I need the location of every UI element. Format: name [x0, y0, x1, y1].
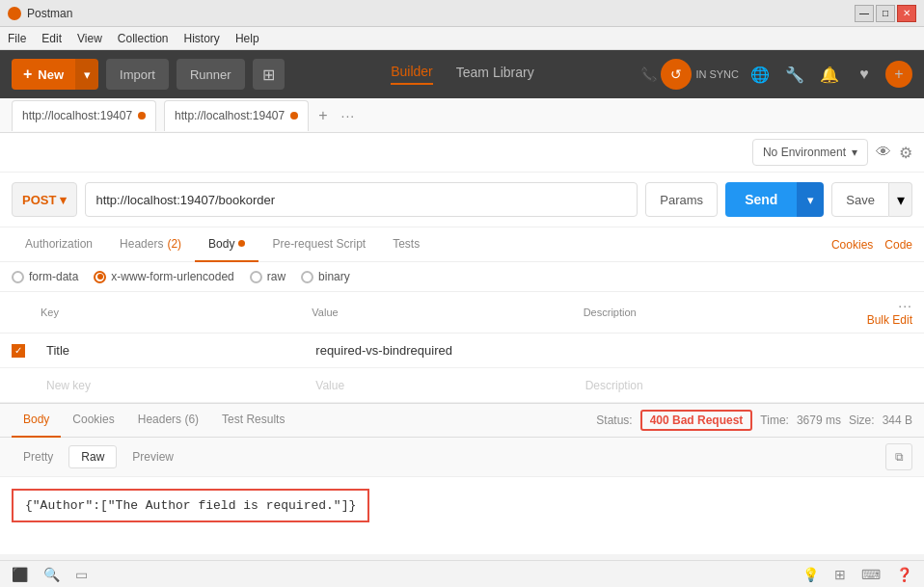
raw-tab[interactable]: Raw [68, 445, 117, 468]
raw-option[interactable]: raw [250, 270, 285, 283]
x-www-option[interactable]: x-www-form-urlencoded [94, 270, 233, 283]
environment-selector[interactable]: No Environment ▾ [752, 139, 868, 166]
row-value[interactable]: required-vs-bindrequired [315, 343, 584, 358]
title-bar: Postman — □ ✕ [0, 0, 924, 27]
tab-tests[interactable]: Tests [379, 227, 433, 262]
tab-builder[interactable]: Builder [391, 64, 433, 85]
params-button[interactable]: Params [645, 182, 718, 217]
close-button[interactable]: ✕ [897, 5, 916, 22]
bulb-icon[interactable]: 💡 [802, 567, 819, 582]
maximize-button[interactable]: □ [876, 5, 895, 22]
raw-radio[interactable] [250, 271, 262, 283]
x-www-radio-fill [97, 274, 103, 280]
tab-item-1[interactable]: http://localhost:19407 [12, 100, 156, 131]
checkbox-checked[interactable]: ✓ [12, 344, 25, 358]
globe-icon-button[interactable]: 🌐 [747, 61, 774, 88]
resp-cookies-label: Cookies [72, 413, 114, 426]
checkmark-icon: ✓ [14, 345, 22, 356]
headers-count: (2) [167, 237, 181, 251]
send-button[interactable]: Send [725, 182, 797, 217]
bell-icon-button[interactable]: 🔔 [816, 61, 843, 88]
code-link[interactable]: Code [884, 238, 912, 252]
resp-tab-test-results[interactable]: Test Results [210, 403, 296, 438]
chevron-down-icon: ▾ [807, 193, 814, 207]
send-button-group: Send ▾ [725, 182, 824, 217]
terminal-icon[interactable]: ⬛ [12, 567, 28, 582]
menu-view[interactable]: View [77, 32, 102, 45]
menu-bar: File Edit View Collection History Help [0, 27, 924, 50]
authorization-label: Authorization [25, 237, 93, 251]
menu-collection[interactable]: Collection [118, 32, 169, 45]
sync-label: IN SYNC [695, 68, 739, 80]
minimize-button[interactable]: — [855, 5, 874, 22]
resp-tab-headers[interactable]: Headers (6) [126, 403, 210, 438]
new-row-key-input[interactable]: New key [41, 379, 315, 392]
new-row-desc-input[interactable]: Description [585, 379, 855, 392]
copy-button[interactable]: ⧉ [885, 443, 912, 470]
resp-test-label: Test Results [222, 413, 285, 426]
keyboard-icon[interactable]: ⌨ [861, 567, 881, 582]
response-body: {"Author":["The Author field is required… [0, 477, 924, 554]
menu-edit[interactable]: Edit [41, 32, 62, 45]
search-icon[interactable]: 🔍 [43, 567, 60, 582]
import-button[interactable]: Import [106, 59, 169, 90]
sync-status[interactable]: 📞 ↺ IN SYNC [640, 59, 739, 90]
heart-icon-button[interactable]: ♥ [851, 61, 878, 88]
chevron-down-icon: ▾ [60, 193, 67, 207]
row-key[interactable]: Title [41, 343, 315, 358]
runner-button[interactable]: Runner [177, 59, 245, 90]
menu-help[interactable]: Help [235, 32, 259, 45]
add-tab-button[interactable]: + [313, 107, 333, 124]
method-selector[interactable]: POST ▾ [12, 182, 77, 217]
tab-headers[interactable]: Headers (2) [106, 227, 195, 262]
more-icon[interactable]: ··· [898, 298, 912, 313]
body-dot [238, 240, 245, 247]
tab-item-2[interactable]: http://localhost:19407 [164, 100, 309, 131]
tab-body[interactable]: Body [195, 227, 258, 262]
req-tabs-right: Cookies Code [831, 238, 912, 252]
time-value: 3679 ms [797, 414, 841, 427]
cookies-link[interactable]: Cookies [831, 238, 873, 252]
help-icon[interactable]: ❓ [896, 567, 912, 582]
save-dropdown-button[interactable]: ▾ [889, 182, 912, 217]
columns-icon[interactable]: ⊞ [834, 567, 846, 582]
new-button[interactable]: + New [12, 59, 75, 90]
key-col-header: Key [41, 307, 312, 318]
form-table-header: Key Value Description ··· Bulk Edit [0, 292, 924, 334]
tab-more-icon[interactable]: ··· [341, 108, 356, 123]
resp-tab-cookies[interactable]: Cookies [61, 403, 125, 438]
form-data-option[interactable]: form-data [12, 270, 78, 283]
form-data-radio[interactable] [12, 271, 24, 283]
menu-history[interactable]: History [184, 32, 220, 45]
tab-dot-1 [138, 112, 146, 120]
x-www-radio[interactable] [94, 271, 106, 283]
environment-label: No Environment [763, 146, 846, 159]
resp-tab-body[interactable]: Body [12, 403, 61, 438]
binary-option[interactable]: binary [301, 270, 350, 283]
tab-authorization[interactable]: Authorization [12, 227, 106, 262]
pretty-tab[interactable]: Pretty [12, 445, 65, 468]
send-dropdown-button[interactable]: ▾ [797, 182, 824, 217]
layout-button[interactable]: ⊞ [253, 59, 285, 90]
wrench-icon-button[interactable]: 🔧 [781, 61, 808, 88]
save-button[interactable]: Save [831, 182, 889, 217]
binary-radio[interactable] [301, 271, 313, 283]
menu-file[interactable]: File [8, 32, 26, 45]
response-code-content: {"Author":["The Author field is required… [12, 489, 369, 522]
url-input[interactable] [85, 182, 638, 217]
tab-pre-request[interactable]: Pre-request Script [258, 227, 379, 262]
tab-team-library[interactable]: Team Library [456, 65, 534, 84]
preview-tab[interactable]: Preview [121, 445, 185, 468]
gear-icon-button[interactable]: ⚙ [899, 144, 912, 162]
new-dropdown-button[interactable]: ▾ [75, 59, 98, 90]
eye-icon-button[interactable]: 👁 [876, 144, 891, 161]
plus-icon: + [23, 66, 32, 83]
chevron-down-icon: ▾ [897, 191, 905, 209]
new-row-value-input[interactable]: Value [315, 379, 584, 392]
new-row: New key Value Description [0, 368, 924, 403]
user-add-icon-button[interactable]: + [885, 61, 912, 88]
bulk-edit-button[interactable]: Bulk Edit [867, 313, 912, 327]
layout-icon[interactable]: ▭ [75, 567, 88, 582]
form-data-label: form-data [29, 270, 78, 283]
row-check[interactable]: ✓ [12, 344, 41, 358]
